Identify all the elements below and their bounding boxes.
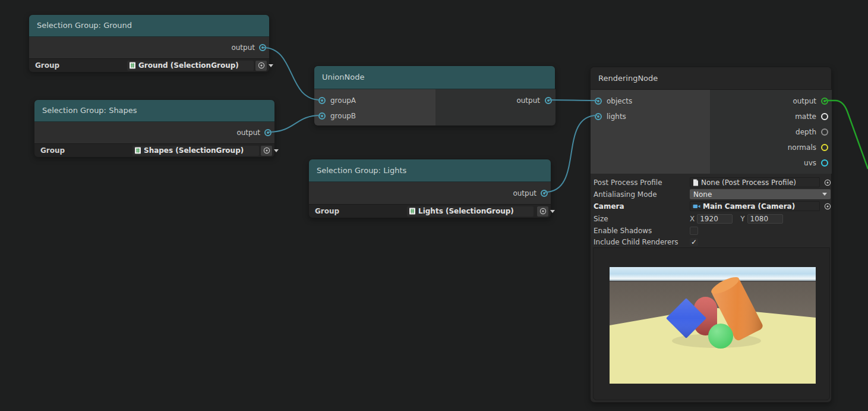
port-label-uvs: uvs: [804, 159, 816, 167]
selection-group-asset-icon: [134, 147, 141, 154]
node-header[interactable]: RenderingNode: [591, 67, 831, 90]
port-output[interactable]: [545, 97, 552, 104]
port-groupA[interactable]: [318, 97, 326, 104]
object-field-value: Lights (SelectionGroup): [418, 207, 514, 215]
edge-ground-to-union-groupA[interactable]: [263, 48, 320, 100]
port-label-output: output: [236, 128, 260, 137]
port-label-depth: depth: [796, 128, 816, 136]
group-field-label: Group: [35, 61, 59, 70]
post-process-profile-label: Post Process Profile: [594, 178, 662, 187]
node-title: UnionNode: [322, 73, 365, 81]
include-child-renderers-checkbox[interactable]: ✓: [690, 238, 698, 246]
selection-group-asset-icon: [409, 208, 416, 215]
port-matte[interactable]: [821, 113, 828, 120]
port-objects[interactable]: [595, 98, 602, 105]
port-output[interactable]: [541, 190, 548, 197]
selection-group-asset-icon: [129, 62, 136, 69]
dropdown-caret-icon[interactable]: [274, 149, 279, 152]
size-x-label: X: [690, 215, 695, 223]
object-picker-button[interactable]: [255, 61, 267, 71]
dropdown-caret-icon: [822, 193, 827, 196]
camera-value: Main Camera (Camera): [703, 202, 795, 211]
dropdown-caret-icon[interactable]: [550, 210, 555, 213]
node-union[interactable]: UnionNode groupA groupB output: [314, 65, 555, 126]
post-process-profile-field[interactable]: None (Post Process Profile): [690, 177, 820, 187]
port-label-objects: objects: [607, 97, 632, 105]
node-rendering[interactable]: RenderingNode objects lights output matt…: [590, 67, 832, 403]
port-output[interactable]: [259, 44, 266, 51]
dropdown-caret-icon[interactable]: [269, 64, 273, 67]
node-header[interactable]: Selection Group: Shapes: [34, 100, 274, 122]
camera-preview-panel: [593, 247, 830, 400]
node-header[interactable]: Selection Group: Ground: [29, 15, 269, 37]
port-groupB[interactable]: [318, 112, 326, 120]
post-process-profile-value: None (Post Process Profile): [701, 178, 796, 187]
object-field-value: Shapes (SelectionGroup): [144, 146, 244, 155]
edge-lights-to-rendering-lights[interactable]: [545, 115, 597, 192]
port-label-normals: normals: [788, 143, 816, 152]
port-lights[interactable]: [595, 113, 602, 120]
group-object-field[interactable]: Lights (SelectionGroup): [407, 206, 534, 217]
group-object-field[interactable]: Shapes (SelectionGroup): [132, 146, 259, 156]
port-label-render-output: output: [793, 97, 816, 105]
port-render-output[interactable]: [821, 98, 828, 105]
port-label-matte: matte: [795, 112, 816, 121]
port-label-lights: lights: [607, 112, 626, 121]
group-object-field[interactable]: Ground (SelectionGroup): [127, 61, 254, 71]
enable-shadows-label: Enable Shadows: [594, 227, 652, 235]
enable-shadows-checkbox[interactable]: [690, 227, 698, 235]
node-header[interactable]: UnionNode: [314, 66, 555, 89]
port-normals[interactable]: [821, 144, 828, 151]
group-field-label: Group: [40, 146, 65, 155]
port-label-groupA: groupA: [330, 96, 356, 105]
page-icon: [693, 179, 699, 186]
node-title: Selection Group: Ground: [37, 21, 132, 30]
port-label-groupB: groupB: [330, 112, 356, 120]
camera-preview-image: [610, 267, 816, 384]
node-title: Selection Group: Shapes: [42, 106, 137, 115]
port-label-output: output: [231, 43, 255, 52]
antialiasing-mode-value: None: [693, 190, 712, 199]
port-depth[interactable]: [821, 128, 828, 136]
object-picker-icon[interactable]: [823, 202, 832, 211]
camera-field[interactable]: Main Camera (Camera): [690, 201, 820, 211]
node-title: Selection Group: Lights: [317, 166, 406, 175]
object-picker-icon: [257, 61, 266, 70]
object-picker-button[interactable]: [261, 146, 272, 156]
group-field-label: Group: [315, 207, 339, 215]
object-picker-icon: [263, 146, 271, 155]
port-label-output: output: [513, 189, 536, 197]
object-picker-icon: [539, 207, 547, 215]
include-child-renderers-label: Include Child Renderers: [594, 238, 678, 246]
preview-green-sphere: [708, 324, 733, 349]
object-picker-button[interactable]: [537, 206, 548, 217]
node-graph-canvas[interactable]: Selection Group: Ground output Group Gro…: [0, 0, 868, 411]
node-header[interactable]: Selection Group: Lights: [309, 159, 551, 182]
port-output[interactable]: [264, 129, 272, 136]
render-preview-scene: [610, 267, 816, 384]
size-y-input[interactable]: 1080: [747, 214, 783, 224]
port-uvs[interactable]: [821, 159, 828, 167]
node-title: RenderingNode: [598, 74, 658, 83]
node-selection-group-shapes[interactable]: Selection Group: Shapes output Group Sha…: [34, 99, 275, 156]
camera-label: Camera: [594, 202, 624, 211]
node-selection-group-ground[interactable]: Selection Group: Ground output Group Gro…: [29, 14, 270, 71]
edge-shapes-to-union-groupB[interactable]: [269, 115, 320, 132]
size-label: Size: [594, 215, 608, 223]
size-x-input[interactable]: 1920: [697, 214, 733, 224]
port-label-output: output: [516, 96, 540, 105]
size-y-label: Y: [740, 215, 744, 223]
preview-sky: [610, 267, 816, 281]
node-selection-group-lights[interactable]: Selection Group: Lights output Group Lig…: [308, 159, 551, 218]
antialiasing-mode-label: Antialiasing Mode: [594, 190, 657, 199]
object-picker-icon[interactable]: [823, 178, 832, 187]
antialiasing-mode-dropdown[interactable]: None: [690, 189, 831, 199]
object-field-value: Ground (SelectionGroup): [138, 61, 239, 70]
preview-horizon-line: [610, 281, 816, 282]
camera-icon: [693, 203, 700, 209]
